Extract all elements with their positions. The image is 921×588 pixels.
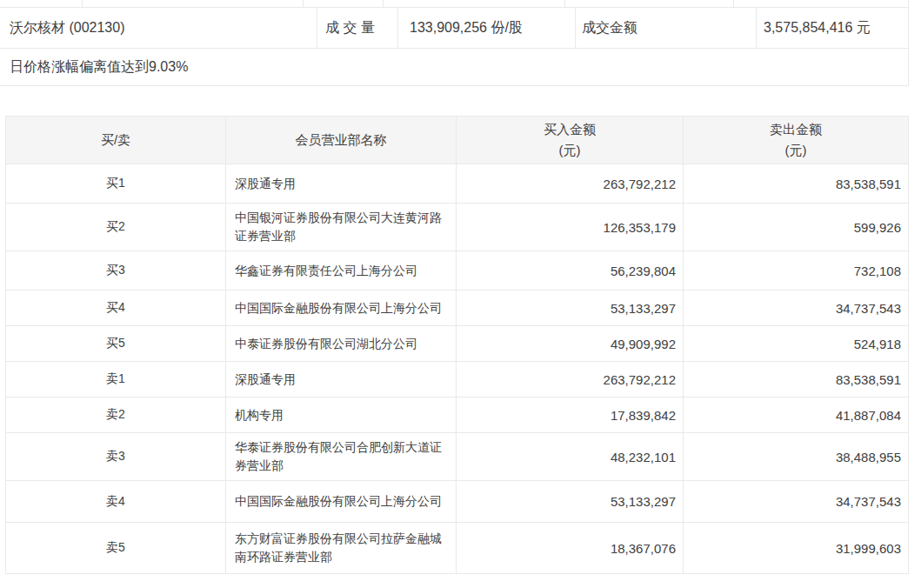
side-cell: 买3 <box>6 251 226 291</box>
broker-cell: 东方财富证券股份有限公司拉萨金融城南环路证券营业部 <box>226 523 457 574</box>
side-cell: 买5 <box>6 326 226 362</box>
sell-amount-cell: 83,538,591 <box>684 362 909 398</box>
broker-cell: 中国国际金融股份有限公司上海分公司 <box>226 481 457 523</box>
broker-ranking-table: 买/卖 会员营业部名称 买入金额 (元) 卖出金额 (元) 买1 深股通专用 2… <box>5 116 909 574</box>
broker-cell: 中国银河证券股份有限公司大连黄河路证券营业部 <box>226 204 457 251</box>
side-cell: 卖4 <box>6 481 226 523</box>
side-cell: 卖2 <box>6 398 226 433</box>
volume-value: 133,909,256 份/股 <box>398 8 576 48</box>
table-header-row: 买/卖 会员营业部名称 买入金额 (元) 卖出金额 (元) <box>6 117 909 164</box>
sell-amount-cell: 31,999,603 <box>684 523 909 574</box>
broker-cell: 华鑫证券有限责任公司上海分公司 <box>226 251 457 291</box>
table-row-sell4: 卖4 中国国际金融股份有限公司上海分公司 53,133,297 34,737,5… <box>6 481 909 523</box>
buy-header-label: 买入金额 <box>457 119 682 140</box>
table-row-sell3: 卖3 华泰证券股份有限公司合肥创新大道证券营业部 48,232,101 38,4… <box>6 433 909 481</box>
sell-amount-cell: 34,737,543 <box>684 481 909 523</box>
buy-amount-cell: 56,239,804 <box>457 251 684 291</box>
col-header-broker: 会员营业部名称 <box>226 117 457 164</box>
broker-cell: 华泰证券股份有限公司合肥创新大道证券营业部 <box>226 433 457 481</box>
broker-cell: 深股通专用 <box>226 362 457 398</box>
side-cell: 卖5 <box>6 523 226 574</box>
summary-section: 沃尔核材 (002130) 成 交 量 133,909,256 份/股 成交金额… <box>0 0 909 86</box>
sell-amount-cell: 732,108 <box>684 251 909 291</box>
buy-amount-cell: 48,232,101 <box>457 433 684 481</box>
col-header-side: 买/卖 <box>6 117 226 164</box>
previous-table-remnant <box>0 0 908 8</box>
sell-amount-cell: 41,887,084 <box>684 398 909 433</box>
volume-label: 成 交 量 <box>317 8 398 48</box>
table-row-sell2: 卖2 机构专用 17,839,842 41,887,084 <box>6 398 909 433</box>
sell-amount-cell: 38,488,955 <box>684 433 909 481</box>
buy-amount-cell: 53,133,297 <box>457 481 684 523</box>
buy-amount-cell: 263,792,212 <box>457 164 684 204</box>
divider <box>303 0 304 7</box>
table-row-buy4: 买4 中国国际金融股份有限公司上海分公司 53,133,297 34,737,5… <box>6 291 909 326</box>
sell-header-label: 卖出金额 <box>684 119 907 140</box>
side-cell: 买2 <box>6 204 226 251</box>
col-header-sell-amount: 卖出金额 (元) <box>684 117 909 164</box>
broker-cell: 机构专用 <box>226 398 457 433</box>
table-row-sell1: 卖1 深股通专用 263,792,212 83,538,591 <box>6 362 909 398</box>
sell-amount-cell: 34,737,543 <box>684 291 909 326</box>
divider <box>383 0 384 7</box>
side-cell: 卖3 <box>6 433 226 481</box>
buy-amount-cell: 18,367,076 <box>457 523 684 574</box>
table-row-buy3: 买3 华鑫证券有限责任公司上海分公司 56,239,804 732,108 <box>6 251 909 291</box>
buy-header-unit: (元) <box>457 140 682 161</box>
broker-cell: 中泰证券股份有限公司湖北分公司 <box>226 326 457 362</box>
divider <box>733 0 734 7</box>
divider <box>564 0 565 7</box>
table-row-buy2: 买2 中国银河证券股份有限公司大连黄河路证券营业部 126,353,179 59… <box>6 204 909 251</box>
broker-cell: 中国国际金融股份有限公司上海分公司 <box>226 291 457 326</box>
sell-amount-cell: 524,918 <box>684 326 909 362</box>
buy-amount-cell: 49,909,992 <box>457 326 684 362</box>
table-row-buy5: 买5 中泰证券股份有限公司湖北分公司 49,909,992 524,918 <box>6 326 909 362</box>
table-row-buy1: 买1 深股通专用 263,792,212 83,538,591 <box>6 164 909 204</box>
stock-summary-row: 沃尔核材 (002130) 成 交 量 133,909,256 份/股 成交金额… <box>0 8 908 49</box>
stock-name: 沃尔核材 (002130) <box>0 8 317 48</box>
price-deviation-notice: 日价格涨幅偏离值达到9.03% <box>0 49 908 86</box>
buy-amount-cell: 17,839,842 <box>457 398 684 433</box>
turnover-label: 成交金额 <box>576 8 757 48</box>
sell-amount-cell: 599,926 <box>684 204 909 251</box>
divider <box>82 0 83 7</box>
buy-amount-cell: 263,792,212 <box>457 362 684 398</box>
table-row-sell5: 卖5 东方财富证券股份有限公司拉萨金融城南环路证券营业部 18,367,076 … <box>6 523 909 574</box>
sell-amount-cell: 83,538,591 <box>684 164 909 204</box>
col-header-buy-amount: 买入金额 (元) <box>457 117 684 164</box>
side-cell: 卖1 <box>6 362 226 398</box>
broker-cell: 深股通专用 <box>226 164 457 204</box>
side-cell: 买1 <box>6 164 226 204</box>
buy-amount-cell: 53,133,297 <box>457 291 684 326</box>
side-cell: 买4 <box>6 291 226 326</box>
turnover-value: 3,575,854,416 元 <box>757 8 908 48</box>
buy-amount-cell: 126,353,179 <box>457 204 684 251</box>
sell-header-unit: (元) <box>684 140 907 161</box>
